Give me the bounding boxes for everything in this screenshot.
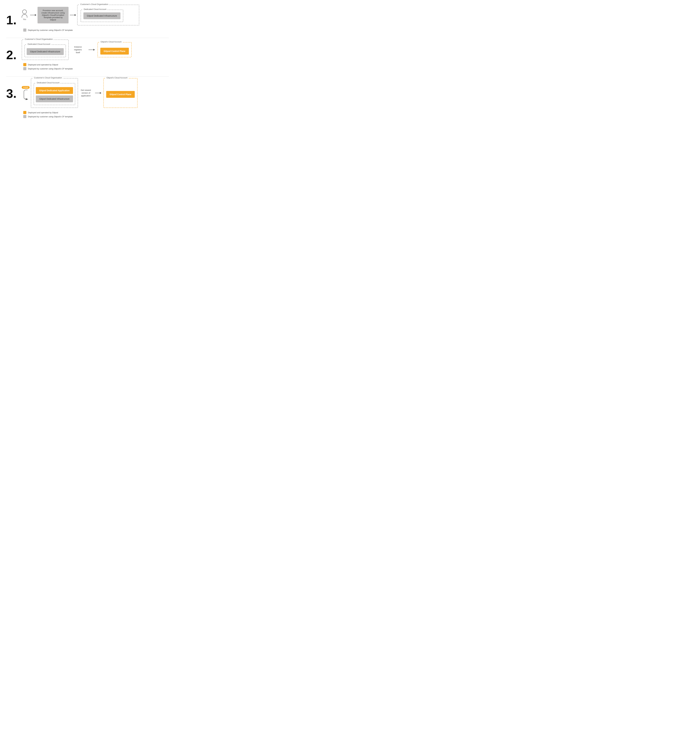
legend-item-2-orange: Deployed and operated by Gitpod — [23, 63, 169, 66]
person-body — [22, 14, 27, 18]
step-3-diagram: Install Customer's Cloud Organisation De… — [22, 78, 169, 108]
customer-org-box-2: Customer's Cloud Organisation Dedicated … — [22, 40, 69, 60]
app-box-3: Gitpod Dedicated Application — [36, 87, 73, 94]
customer-org-box-3: Customer's Cloud Organisation Dedicated … — [31, 78, 78, 108]
action-box-1: Provision new account, create infrastruc… — [38, 7, 69, 23]
infra-box-3: Gitpod Dedicated Infrastructure — [36, 95, 73, 102]
customer-org-label-3: Customer's Cloud Organisation — [33, 76, 63, 79]
gitpod-cloud-box-2: Gitpod's Cloud Account Gitpod Control Pl… — [98, 42, 132, 57]
arrow-4 — [94, 93, 103, 93]
legend-item-3-gray: Deployed by customer using Gitpod's CF t… — [23, 115, 169, 118]
legend-text-orange-2: Deployed and operated by Gitpod — [28, 64, 58, 66]
legend-text-gray-3: Deployed by customer using Gitpod's CF t… — [28, 115, 73, 118]
step-3-content: Install Customer's Cloud Organisation De… — [22, 78, 169, 118]
step-1-content: You Provision new account, create infras… — [22, 5, 169, 32]
infra-box-1: Gitpod Dedicated Infrastructure — [83, 12, 121, 19]
legend-icon-orange-2 — [23, 63, 26, 66]
step-3-legend: Deployed and operated by Gitpod Deployed… — [22, 111, 169, 118]
legend-icon-orange-3 — [23, 111, 26, 114]
arrow-line-4 — [95, 93, 101, 93]
inner-boxes-3: Gitpod Dedicated Application Gitpod Dedi… — [36, 87, 73, 102]
install-section: Install — [22, 86, 30, 100]
gitpod-cloud-label-3: Gitpod's Cloud Account — [106, 76, 129, 79]
arrow-line-2 — [70, 15, 76, 15]
middle-text-2: Instance registers itself — [70, 44, 86, 55]
step-1-legend: Deployed by customer using Gitpod's CF t… — [22, 29, 169, 32]
step-2-content: Customer's Cloud Organisation Dedicated … — [22, 40, 169, 70]
dedicated-account-box-2: Dedicated Cloud Account Gitpod Dedicated… — [25, 44, 66, 57]
control-plane-3: Gitpod Control Plane — [106, 91, 135, 98]
customer-org-box-1: Customer's Cloud Organisation Dedicated … — [77, 5, 139, 25]
person-label: You — [23, 18, 26, 20]
dedicated-account-box-1: Dedicated Cloud Account Gitpod Dedicated… — [81, 10, 123, 22]
step-1-diagram: You Provision new account, create infras… — [22, 5, 169, 25]
dedicated-account-label-1: Dedicated Cloud Account — [83, 8, 107, 11]
customer-org-label-1: Customer's Cloud Organisation — [80, 3, 109, 5]
step-2-number: 2. — [6, 49, 18, 61]
gitpod-cloud-label-2: Gitpod's Cloud Account — [100, 41, 123, 43]
step-3-number: 3. — [6, 87, 18, 100]
gitpod-cloud-box-3: Gitpod's Cloud Account Gitpod Control Pl… — [103, 78, 138, 108]
middle-text-3: Get newest version of application — [79, 87, 93, 99]
step-2-diagram: Customer's Cloud Organisation Dedicated … — [22, 40, 169, 60]
arrow-line-1 — [30, 15, 36, 15]
step-1-section: 1. You Provision new account, create inf… — [6, 5, 169, 32]
legend-item-1-gray: Deployed by customer using Gitpod's CF t… — [23, 29, 169, 32]
infra-box-2: Gitpod Dedicated Infrastructure — [27, 48, 64, 55]
dedicated-account-label-2: Dedicated Cloud Account — [27, 43, 51, 45]
install-label: Install — [22, 86, 30, 89]
customer-org-label-2: Customer's Cloud Organisation — [24, 38, 54, 40]
legend-item-2-gray: Deployed by customer using Gitpod's CF t… — [23, 67, 169, 70]
step-2-legend: Deployed and operated by Gitpod Deployed… — [22, 63, 169, 70]
dedicated-account-box-3: Dedicated Cloud Account Gitpod Dedicated… — [34, 83, 75, 105]
legend-text-orange-3: Deployed and operated by Gitpod — [28, 112, 58, 114]
legend-text-gray-1: Deployed by customer using Gitpod's CF t… — [28, 29, 73, 31]
dedicated-account-label-3: Dedicated Cloud Account — [36, 81, 60, 84]
arrow-1 — [29, 15, 38, 15]
legend-icon-gray-3 — [23, 115, 26, 118]
step-3-section: 3. Install Customer's Cloud Organisati — [6, 78, 169, 118]
person-icon: You — [22, 10, 27, 20]
control-plane-2: Gitpod Control Plane — [100, 48, 129, 55]
legend-text-gray-2: Deployed by customer using Gitpod's CF t… — [28, 67, 73, 70]
legend-icon-gray-2 — [23, 67, 26, 70]
step-2-section: 2. Customer's Cloud Organisation Dedicat… — [6, 40, 169, 70]
person-head — [22, 10, 27, 14]
legend-icon-gray-1 — [23, 29, 26, 32]
arrow-2 — [69, 15, 77, 15]
install-arrow-svg — [23, 89, 29, 100]
legend-item-3-orange: Deployed and operated by Gitpod — [23, 111, 169, 114]
step-1-number: 1. — [6, 14, 18, 26]
